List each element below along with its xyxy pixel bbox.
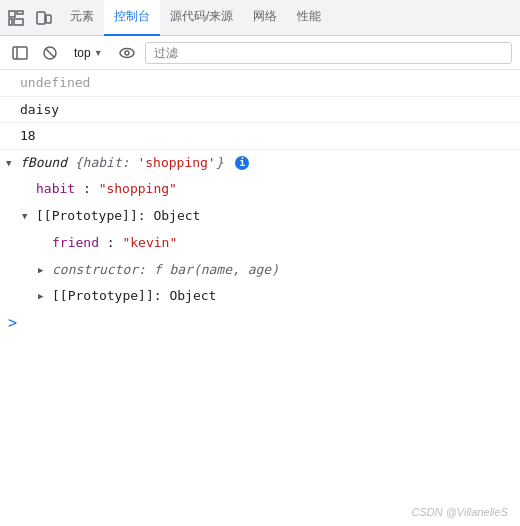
console-output: undefined daisy 18 fBound {habit: 'shopp… [0, 70, 520, 526]
tab-console[interactable]: 控制台 [104, 0, 160, 36]
console-line-undefined: undefined [0, 70, 520, 97]
svg-line-9 [46, 48, 55, 57]
prop-friend: friend : "kevin" [0, 230, 520, 257]
tab-elements[interactable]: 元素 [60, 0, 104, 36]
tab-performance[interactable]: 性能 [287, 0, 331, 36]
info-badge[interactable]: i [235, 156, 249, 170]
constructor-label: constructor: f bar(name, age) [52, 262, 279, 277]
sidebar-toggle-button[interactable] [8, 41, 32, 65]
fbound-expand-arrow[interactable] [6, 155, 11, 171]
inner-prototype-line: [[Prototype]]: Object [0, 283, 520, 310]
svg-rect-0 [9, 11, 15, 17]
eye-icon-button[interactable] [115, 41, 139, 65]
svg-rect-4 [37, 12, 45, 24]
tab-network[interactable]: 网络 [243, 0, 287, 36]
context-selector[interactable]: top ▼ [68, 44, 109, 62]
friend-value: "kevin" [122, 235, 177, 250]
fbound-habit-value: 'shopping' [137, 155, 215, 170]
fbound-object-line: fBound {habit: 'shopping'} i [0, 150, 520, 177]
prototype-expand-arrow[interactable] [22, 208, 27, 224]
inner-prototype-label: [[Prototype]]: Object [52, 288, 216, 303]
habit-value: "shopping" [99, 181, 177, 196]
prototype-object-line: [[Prototype]]: Object [0, 203, 520, 230]
habit-key: habit [36, 181, 75, 196]
filter-input[interactable] [145, 42, 512, 64]
console-line-18: 18 [0, 123, 520, 150]
svg-point-10 [120, 48, 134, 57]
constructor-expand-arrow[interactable] [38, 262, 43, 278]
console-toolbar: top ▼ [0, 36, 520, 70]
watermark: CSDN @VillanelleS [411, 506, 508, 518]
tab-list: 元素 控制台 源代码/来源 网络 性能 [60, 0, 331, 36]
svg-rect-3 [14, 19, 23, 25]
svg-point-11 [125, 51, 129, 55]
svg-rect-6 [13, 47, 27, 59]
inspect-icon[interactable] [4, 6, 28, 30]
dropdown-arrow-icon: ▼ [94, 48, 103, 58]
console-cursor-line[interactable]: > [0, 310, 520, 336]
devtools-toolbar: 元素 控制台 源代码/来源 网络 性能 [0, 0, 520, 36]
tab-source[interactable]: 源代码/来源 [160, 0, 243, 36]
fbound-label: fBound [20, 155, 75, 170]
clear-console-button[interactable] [38, 41, 62, 65]
fbound-props: {habit: [75, 155, 138, 170]
svg-rect-5 [46, 15, 51, 23]
svg-rect-2 [9, 19, 12, 25]
friend-key: friend [52, 235, 99, 250]
constructor-line: constructor: f bar(name, age) [0, 257, 520, 284]
context-label: top [74, 46, 91, 60]
console-line-daisy: daisy [0, 97, 520, 124]
prop-habit: habit : "shopping" [0, 176, 520, 203]
device-icon[interactable] [32, 6, 56, 30]
inner-prototype-expand-arrow[interactable] [38, 288, 43, 304]
svg-rect-1 [17, 11, 23, 14]
prototype-label: [[Prototype]]: Object [36, 208, 200, 223]
